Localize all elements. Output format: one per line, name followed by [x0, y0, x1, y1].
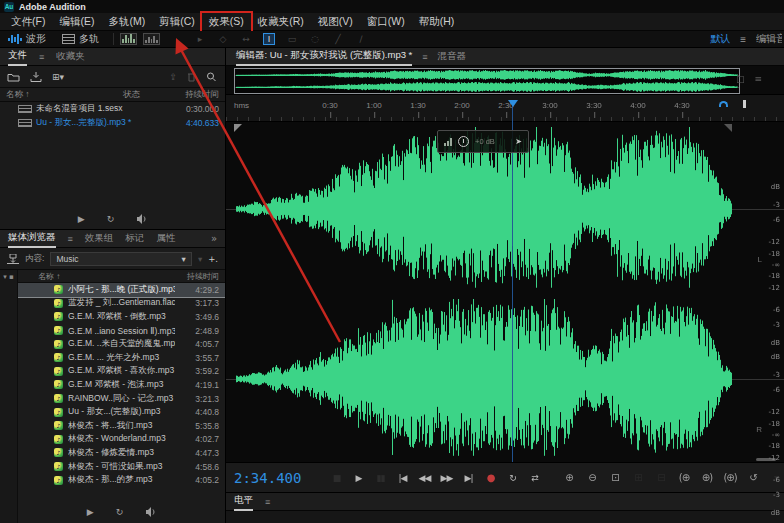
content-folder-dropdown[interactable]: Music ▾	[50, 252, 192, 266]
show-waveform-icon[interactable]	[120, 33, 137, 45]
db-scale-label[interactable]: -6	[773, 476, 780, 484]
db-scale-label[interactable]: dB	[771, 353, 780, 361]
media-list-item[interactable]: ♪ 林俊杰 - 修炼爱情.mp3 4:47.3	[18, 446, 225, 460]
transport-button[interactable]: |◀	[396, 473, 409, 483]
transport-button[interactable]: ▮▮	[374, 473, 387, 483]
col-duration[interactable]: 持续时间	[175, 271, 219, 282]
timeline-ruler[interactable]: hms 0:301:001:302:002:303:003:304:004:30	[226, 94, 784, 122]
new-file-button[interactable]: ⊞▾	[52, 72, 64, 82]
transport-button[interactable]: ◀◀	[418, 473, 431, 483]
eraser-tool-icon[interactable]: ∕	[355, 34, 367, 44]
col-name[interactable]: 名称 ↑	[38, 271, 175, 282]
media-list-item[interactable]: ♪ 林俊杰 - Wonderland.mp3 4:02.7	[18, 433, 225, 447]
zoom-button[interactable]: ⊞	[631, 472, 645, 483]
import-content-icon[interactable]	[7, 254, 19, 264]
zoom-button[interactable]: ⊡	[608, 472, 622, 483]
workspace-edit-audio-button[interactable]: 编辑音	[756, 32, 782, 46]
media-list-item[interactable]: ♪ G.E.M 邓紫棋 - 泡沫.mp3 4:19.1	[18, 378, 225, 392]
playhead-marker[interactable]	[508, 100, 518, 107]
zoom-button[interactable]: ⊕	[562, 472, 576, 483]
db-scale-label[interactable]: -3	[773, 201, 780, 209]
media-list-item[interactable]: ♪ G.E.M. 邓紫棋 - 喜欢你.mp3 3:59.2	[18, 365, 225, 379]
transport-button[interactable]: ■	[330, 473, 343, 483]
media-list-item[interactable]: ♪ G.E.M ..iano Session Ⅱ).mp3 2:48.9	[18, 324, 225, 338]
move-tool-icon[interactable]: ▸	[194, 34, 206, 44]
media-browser-menu-icon[interactable]: ≡	[68, 234, 73, 244]
media-list-item[interactable]: ♪ 蓝发持 _ 刘...Gentleman.flac 3:17.3	[18, 297, 225, 311]
transport-button[interactable]: ↻	[506, 473, 519, 483]
clock-icon[interactable]	[458, 136, 469, 147]
media-list-item[interactable]: ♪ G.E.M. ... 光年之外.mp3 3:55.7	[18, 351, 225, 365]
hud-pin-icon[interactable]: ➤	[515, 137, 522, 146]
filter-icon[interactable]: ▾	[198, 254, 202, 264]
tab-editor[interactable]: 编辑器: Uu - 那女孩对我说 (完整版).mp3 *	[236, 47, 412, 66]
tab-markers[interactable]: 标记	[125, 230, 144, 247]
zoom-button[interactable]: ⊟	[654, 472, 668, 483]
import-file-button[interactable]	[30, 72, 42, 82]
menu-item[interactable]: 窗口(W)	[360, 13, 412, 31]
tab-properties[interactable]: 属性	[156, 230, 175, 247]
transport-button[interactable]: ▶▶	[440, 473, 453, 483]
multitrack-view-button[interactable]: 多轨	[54, 31, 107, 47]
preview-volume-icon[interactable]	[136, 214, 147, 224]
db-scale-label[interactable]: -12	[769, 238, 780, 246]
open-file-button[interactable]	[7, 72, 20, 82]
db-scale-label[interactable]: -18	[769, 250, 780, 258]
brush-tool-icon[interactable]: ╱	[332, 34, 344, 44]
media-list-item[interactable]: ♪ 林俊杰 - 可惜没如果.mp3 4:58.6	[18, 460, 225, 474]
file-row[interactable]: 未命名混音项目 1.sesx 0:30.000	[0, 102, 225, 116]
panel-overflow-icon[interactable]: »	[211, 233, 217, 244]
menu-item[interactable]: 效果(S)	[202, 13, 251, 31]
time-selection-tool-icon[interactable]: I	[263, 33, 275, 45]
db-scale-label[interactable]: -6	[773, 216, 780, 224]
tree-expander-icon[interactable]: ▾ ▪	[3, 273, 13, 281]
tab-mixer[interactable]: 混音器	[438, 48, 467, 65]
tab-levels[interactable]: 电平	[234, 492, 253, 511]
preview-play-icon[interactable]: ▶	[78, 214, 85, 224]
slip-tool-icon[interactable]: ↔	[240, 34, 252, 44]
editor-panel-menu-icon[interactable]: ≡	[422, 52, 427, 62]
workspace-menu-icon[interactable]: ≡	[740, 34, 746, 45]
menu-item[interactable]: 剪辑(C)	[152, 13, 202, 31]
zoom-button[interactable]: (⊕)	[723, 472, 737, 483]
db-scale-label[interactable]: dB	[771, 339, 780, 347]
transport-button[interactable]: ⇄	[528, 473, 541, 483]
zoom-button[interactable]: ↺	[746, 472, 760, 483]
vertical-zoom-handle-icon[interactable]	[719, 101, 728, 107]
marquee-tool-icon[interactable]: ▭	[286, 34, 298, 44]
media-list-item[interactable]: ♪ Uu - 那女...(完整版).mp3 4:40.8	[18, 405, 225, 419]
file-row[interactable]: Uu - 那女...完整版).mp3 * 4:40.633	[0, 116, 225, 130]
overview-range-bar[interactable]	[234, 68, 740, 94]
menu-item[interactable]: 文件(F)	[4, 13, 52, 31]
transport-button[interactable]: ▶	[352, 473, 365, 483]
time-display[interactable]: 2:34.400	[234, 470, 301, 486]
tab-favorites[interactable]: 收藏夹	[56, 48, 85, 65]
menu-item[interactable]: 编辑(E)	[52, 13, 101, 31]
preview-loop-icon[interactable]: ↻	[116, 507, 124, 517]
media-list-item[interactable]: ♪ 小阿七 - 那...晚 (正式版).mp3 4:29.2	[18, 283, 225, 297]
col-name[interactable]: 名称 ↑	[6, 89, 123, 101]
lasso-tool-icon[interactable]: ◌	[309, 34, 321, 44]
col-status[interactable]: 状态	[123, 89, 167, 101]
files-panel-menu-icon[interactable]: ≡	[39, 52, 44, 62]
waveform-view-button[interactable]: 波形	[0, 31, 54, 47]
media-list-item[interactable]: ♪ G.E.M. ..来自天堂的魔鬼.mp3 4:05.7	[18, 337, 225, 351]
delete-file-icon[interactable]	[187, 72, 196, 82]
media-list-item[interactable]: ♪ RAINBOW..同心 - 记念.mp3 3:21.3	[18, 392, 225, 406]
waveform-canvas[interactable]	[226, 122, 784, 462]
db-scale-label[interactable]: -3	[773, 371, 780, 379]
waveform-display[interactable]	[226, 122, 784, 462]
db-scale-label[interactable]: -18	[769, 272, 780, 280]
display-corner-grip-right[interactable]	[724, 124, 732, 132]
preview-play-icon[interactable]: ▶	[87, 507, 94, 517]
media-list-item[interactable]: ♪ G.E.M. 邓紫棋 - 倒数.mp3 3:49.6	[18, 310, 225, 324]
menu-item[interactable]: 收藏夹(R)	[251, 13, 311, 31]
db-scale-label[interactable]: -3	[773, 321, 780, 329]
db-scale-label[interactable]: dB	[771, 509, 780, 517]
db-scale-label[interactable]: -3	[773, 491, 780, 499]
col-duration[interactable]: 持续时间	[167, 89, 219, 101]
db-scale-label[interactable]: -12	[769, 454, 780, 462]
tab-effects-rack[interactable]: 效果组	[85, 230, 114, 247]
zoom-button[interactable]: ⊕)	[700, 472, 714, 483]
db-scale-label[interactable]: -6	[773, 306, 780, 314]
